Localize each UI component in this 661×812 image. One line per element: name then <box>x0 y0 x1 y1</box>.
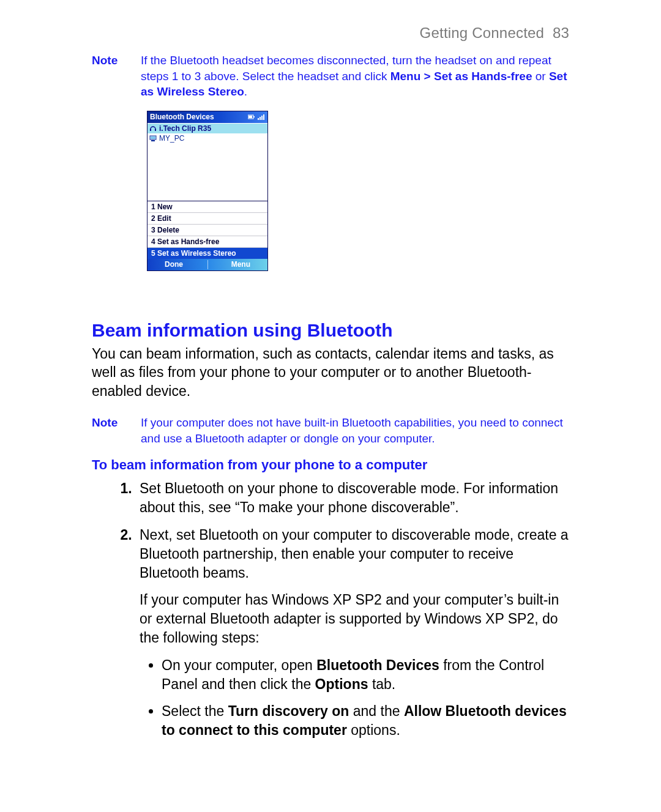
note-body: If the Bluetooth headset becomes disconn… <box>141 53 569 100</box>
softkey-done[interactable]: Done <box>165 260 183 269</box>
note-block-2: Note If your computer does not have buil… <box>92 415 569 446</box>
step-text: Next, set Bluetooth on your computer to … <box>140 527 569 581</box>
step-text: Set Bluetooth on your phone to discovera… <box>140 480 558 515</box>
phone-softkey-bar: Done Menu <box>148 259 267 270</box>
section-name: Getting Connected <box>420 24 545 41</box>
svg-rect-2 <box>248 116 252 118</box>
note-label: Note <box>92 415 124 446</box>
menu-item-delete[interactable]: 3 Delete <box>148 225 267 236</box>
menu-item-wireless-stereo[interactable]: 5 Set as Wireless Stereo <box>148 248 267 259</box>
manual-page: Getting Connected 83 Note If the Bluetoo… <box>0 0 661 812</box>
bullet-item: On your computer, open Bluetooth Devices… <box>162 656 569 694</box>
page-number: 83 <box>553 24 569 41</box>
menu-item-handsfree[interactable]: 4 Set as Hands-free <box>148 236 267 248</box>
bullet-text: Select the <box>162 703 228 719</box>
menu-item-edit[interactable]: 2 Edit <box>148 213 267 225</box>
bullet-bold: Options <box>315 676 368 692</box>
note-text: . <box>244 85 247 98</box>
phone-device-list: i.Tech Clip R35 MY_PC <box>148 123 267 143</box>
step-item: Set Bluetooth on your phone to discovera… <box>136 479 569 517</box>
list-item[interactable]: MY_PC <box>148 133 267 143</box>
svg-rect-6 <box>263 114 264 120</box>
running-header: Getting Connected 83 <box>92 24 569 42</box>
svg-rect-10 <box>151 136 155 139</box>
phone-context-menu: 1 New 2 Edit 3 Delete 4 Set as Hands-fre… <box>148 201 267 259</box>
step-item: Next, set Bluetooth on your computer to … <box>136 526 569 740</box>
headset-icon <box>149 125 157 132</box>
svg-rect-1 <box>253 116 255 117</box>
computer-icon <box>149 135 157 142</box>
section-intro: You can beam information, such as contac… <box>92 345 569 400</box>
menu-item-new[interactable]: 1 New <box>148 201 267 213</box>
phone-screen: Bluetooth Devices i.Tech Clip R35 MY_PC <box>147 111 268 271</box>
procedure-heading: To beam information from your phone to a… <box>92 457 569 473</box>
phone-status-icons <box>248 113 265 121</box>
signal-icon <box>258 113 265 121</box>
svg-rect-11 <box>151 140 155 141</box>
bullet-text: options. <box>347 722 400 738</box>
bullet-item: Select the Turn discovery on and the All… <box>162 702 569 740</box>
sub-bullets: On your computer, open Bluetooth Devices… <box>140 656 569 740</box>
list-item[interactable]: i.Tech Clip R35 <box>148 124 267 133</box>
note-bold: Menu > Set as Hands-free <box>390 70 532 83</box>
note-label: Note <box>92 53 124 100</box>
note-block-1: Note If the Bluetooth headset becomes di… <box>92 53 569 100</box>
list-item-label: i.Tech Clip R35 <box>159 124 211 133</box>
list-item-label: MY_PC <box>159 134 184 143</box>
bullet-text: and the <box>349 703 404 719</box>
procedure-steps: Set Bluetooth on your phone to discovera… <box>92 479 569 740</box>
window-title: Bluetooth Devices <box>150 113 214 121</box>
svg-rect-4 <box>260 117 261 120</box>
svg-rect-5 <box>261 116 263 120</box>
note-body: If your computer does not have built-in … <box>141 415 569 446</box>
svg-rect-8 <box>155 129 156 131</box>
phone-spacer <box>148 143 267 201</box>
svg-rect-3 <box>258 118 259 120</box>
bullet-bold: Bluetooth Devices <box>316 657 439 673</box>
step-paragraph: If your computer has Windows XP SP2 and … <box>140 590 569 647</box>
device-screenshot: Bluetooth Devices i.Tech Clip R35 MY_PC <box>147 111 569 271</box>
bullet-text: On your computer, open <box>162 657 316 673</box>
softkey-separator <box>207 260 208 269</box>
softkey-menu[interactable]: Menu <box>231 260 250 269</box>
svg-rect-7 <box>150 129 151 131</box>
battery-icon <box>248 113 255 121</box>
phone-titlebar: Bluetooth Devices <box>148 111 267 123</box>
bullet-text: tab. <box>368 676 396 692</box>
note-text: or <box>532 70 548 83</box>
section-heading: Beam information using Bluetooth <box>92 320 569 341</box>
bullet-bold: Turn discovery on <box>228 703 349 719</box>
